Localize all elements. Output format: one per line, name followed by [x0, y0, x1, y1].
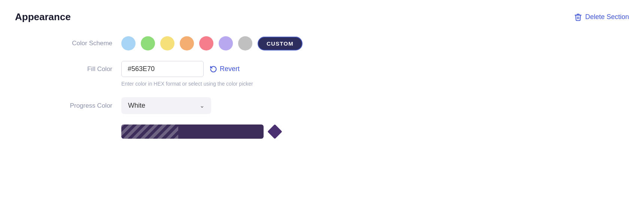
fill-color-inner: Revert: [121, 61, 240, 77]
preview-row: [121, 125, 629, 139]
delete-section-label: Delete Section: [585, 13, 629, 21]
fill-color-input[interactable]: [121, 61, 204, 77]
revert-label: Revert: [220, 65, 240, 73]
progress-color-select[interactable]: White ⌄: [121, 97, 211, 114]
swatch-orange[interactable]: [180, 36, 194, 50]
progress-color-label: Progress Color: [37, 102, 112, 110]
page-title: Appearance: [15, 11, 71, 23]
swatch-gray[interactable]: [238, 36, 252, 50]
header-row: Appearance Delete Section: [15, 11, 629, 23]
fill-color-content: Fill Color Revert: [37, 61, 240, 77]
color-scheme-row: Color Scheme CUSTOM: [37, 36, 629, 50]
revert-button[interactable]: Revert: [210, 65, 240, 73]
progress-bar-preview: [121, 125, 264, 139]
fill-color-hint: Enter color in HEX format or select usin…: [121, 81, 253, 87]
progress-color-selected: White: [128, 102, 145, 110]
progress-bar-filled: [121, 125, 178, 139]
fill-color-label: Fill Color: [37, 65, 112, 73]
revert-icon: [210, 65, 217, 73]
progress-color-row: Progress Color White ⌄: [37, 97, 629, 114]
form-section: Color Scheme CUSTOM Fill Color: [37, 36, 629, 139]
swatch-purple[interactable]: [219, 36, 233, 50]
swatch-yellow[interactable]: [160, 36, 174, 50]
custom-button[interactable]: CUSTOM: [258, 37, 303, 50]
chevron-down-icon: ⌄: [200, 102, 204, 109]
swatch-pink[interactable]: [199, 36, 213, 50]
fill-color-row: Fill Color Revert Enter color in HEX for…: [37, 61, 629, 87]
swatch-green[interactable]: [141, 36, 155, 50]
trash-icon: [574, 13, 582, 21]
diamond-icon[interactable]: [267, 124, 282, 139]
color-swatches: CUSTOM: [121, 36, 303, 50]
swatch-blue[interactable]: [121, 36, 136, 50]
page-container: Appearance Delete Section Color Scheme: [0, 0, 644, 150]
color-scheme-label: Color Scheme: [37, 40, 112, 47]
delete-section-button[interactable]: Delete Section: [574, 13, 629, 21]
